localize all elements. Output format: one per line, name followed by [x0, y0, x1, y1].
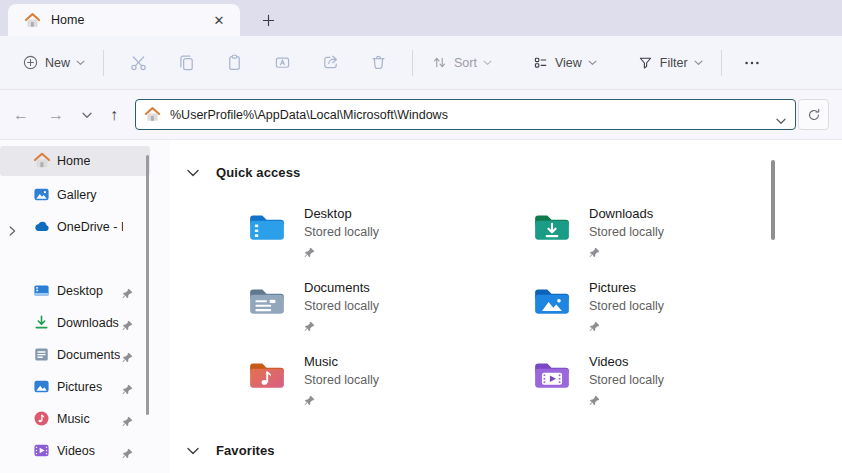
onedrive-icon: [33, 218, 51, 236]
tile-status: Stored locally: [589, 373, 664, 387]
documents-folder-icon: [248, 284, 286, 316]
chevron-down-icon: [187, 169, 199, 177]
sidebar-item-pictures[interactable]: Pictures: [0, 372, 150, 402]
paste-button[interactable]: [214, 46, 254, 80]
view-button[interactable]: View: [524, 48, 605, 77]
sidebar-item-label: Desktop: [57, 284, 103, 298]
tile-music[interactable]: Music Stored locally: [248, 354, 488, 410]
pin-icon: [589, 392, 600, 410]
navigation-bar: ← → ↑: [0, 90, 842, 140]
back-button[interactable]: ←: [6, 90, 36, 140]
address-input[interactable]: [135, 99, 796, 130]
videos-icon: [33, 442, 51, 460]
navigation-pane: Home Gallery: [0, 140, 170, 473]
cut-button[interactable]: [118, 46, 158, 80]
content-scrollbar[interactable]: [771, 160, 775, 240]
address-dropdown-icon[interactable]: [776, 111, 786, 129]
sidebar-item-downloads[interactable]: Downloads: [0, 308, 150, 338]
section-title: Quick access: [216, 165, 300, 180]
view-button-label: View: [555, 56, 582, 70]
tile-status: Stored locally: [304, 299, 379, 313]
file-explorer-window: Home ✕ New: [0, 0, 842, 473]
home-icon: [33, 152, 51, 170]
share-button[interactable]: [310, 46, 350, 80]
rename-icon: [273, 53, 292, 72]
new-button[interactable]: New: [14, 48, 93, 77]
filter-button[interactable]: Filter: [629, 48, 711, 77]
downloads-folder-icon: [533, 210, 571, 242]
recent-locations-button[interactable]: [72, 90, 102, 140]
desktop-icon: [33, 282, 51, 300]
sidebar-item-onedrive[interactable]: OneDrive - Pers: [0, 212, 150, 242]
tile-name: Videos: [589, 354, 629, 369]
close-tab-icon[interactable]: ✕: [208, 9, 230, 31]
explorer-body: Home Gallery: [0, 140, 842, 473]
delete-button[interactable]: [358, 46, 398, 80]
section-header-quick-access[interactable]: Quick access: [187, 165, 300, 180]
sidebar-item-gallery[interactable]: Gallery: [0, 180, 150, 210]
up-button[interactable]: ↑: [99, 90, 129, 140]
sidebar-item-videos[interactable]: Videos: [0, 436, 150, 466]
desktop-folder-icon: [248, 210, 286, 242]
tile-name: Music: [304, 354, 338, 369]
sidebar-item-label: Videos: [57, 444, 95, 458]
section-header-favorites[interactable]: Favorites: [187, 443, 275, 458]
more-icon: [743, 54, 761, 72]
tile-name: Desktop: [304, 206, 352, 221]
tab-strip: Home ✕: [0, 0, 842, 36]
sort-button-label: Sort: [454, 56, 477, 70]
tile-videos[interactable]: Videos Stored locally: [533, 354, 773, 410]
toolbar-divider: [103, 50, 104, 76]
plus-icon: [262, 14, 275, 27]
copy-button[interactable]: [166, 46, 206, 80]
address-home-icon: [144, 106, 161, 123]
forward-button[interactable]: →: [41, 90, 71, 140]
section-title: Favorites: [216, 443, 275, 458]
view-icon: [532, 54, 549, 71]
pin-icon: [122, 413, 133, 431]
tile-status: Stored locally: [304, 225, 379, 239]
tile-desktop[interactable]: Desktop Stored locally: [248, 206, 488, 262]
sidebar-item-music[interactable]: Music: [0, 404, 150, 434]
pin-icon: [122, 381, 133, 399]
sidebar-scrollbar[interactable]: [146, 155, 149, 415]
pictures-icon: [33, 378, 51, 396]
delete-icon: [369, 53, 388, 72]
toolbar-divider: [721, 50, 722, 76]
tile-pictures[interactable]: Pictures Stored locally: [533, 280, 773, 336]
music-icon: [33, 410, 51, 428]
sidebar-item-desktop[interactable]: Desktop: [0, 276, 150, 306]
share-icon: [321, 53, 340, 72]
address-bar: [135, 99, 796, 130]
sidebar-item-label: Pictures: [57, 380, 102, 394]
tab-home[interactable]: Home ✕: [8, 4, 240, 36]
refresh-button[interactable]: [798, 99, 829, 130]
tile-documents[interactable]: Documents Stored locally: [248, 280, 488, 336]
music-folder-icon: [248, 358, 286, 390]
tab-title: Home: [51, 13, 208, 27]
new-tab-button[interactable]: [256, 9, 280, 31]
see-more-button[interactable]: [736, 46, 768, 80]
sidebar-item-label: Gallery: [57, 188, 97, 202]
chevron-right-icon[interactable]: [9, 222, 16, 240]
sidebar-item-documents[interactable]: Documents: [0, 340, 150, 370]
toolbar-divider: [412, 50, 413, 76]
downloads-icon: [33, 314, 51, 332]
chevron-down-icon: [76, 60, 85, 66]
rename-button[interactable]: [262, 46, 302, 80]
sidebar-item-label: Downloads: [57, 316, 119, 330]
sidebar-item-label: Documents: [57, 348, 120, 362]
copy-icon: [177, 53, 196, 72]
sort-button[interactable]: Sort: [423, 48, 500, 77]
tile-status: Stored locally: [304, 373, 379, 387]
new-button-label: New: [45, 56, 70, 70]
chevron-down-icon: [588, 60, 597, 66]
pin-icon: [122, 285, 133, 303]
tile-status: Stored locally: [589, 299, 664, 313]
circle-plus-icon: [22, 54, 39, 71]
paste-icon: [225, 53, 244, 72]
tile-downloads[interactable]: Downloads Stored locally: [533, 206, 773, 262]
pin-icon: [122, 349, 133, 367]
sidebar-item-home[interactable]: Home: [0, 146, 150, 176]
up-icon: ↑: [110, 106, 118, 124]
